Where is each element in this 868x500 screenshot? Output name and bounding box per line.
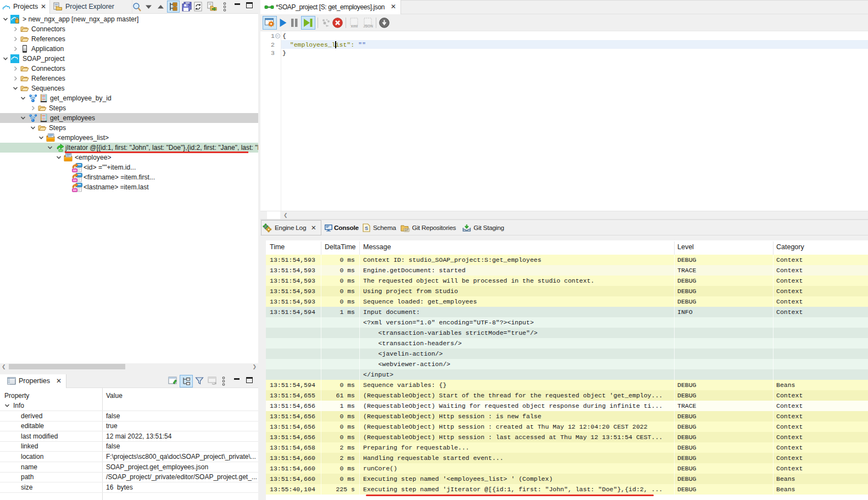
svg-text:xml: xml bbox=[351, 24, 358, 28]
svg-text:S: S bbox=[365, 226, 368, 231]
svg-text:GIT: GIT bbox=[404, 229, 409, 232]
svg-text:JSON: JSON bbox=[363, 24, 373, 28]
